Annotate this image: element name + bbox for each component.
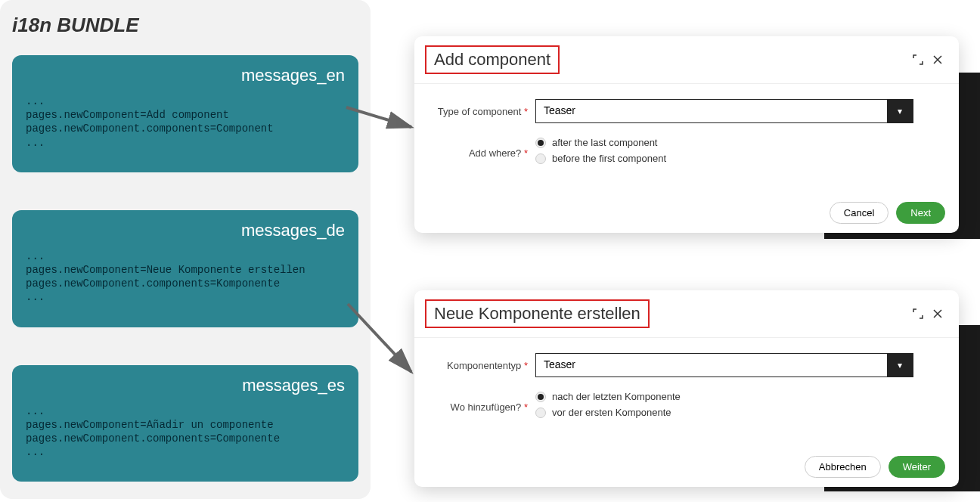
expand-icon[interactable] [912, 54, 924, 66]
radio-icon [535, 138, 546, 148]
i18n-bundle-panel: i18n BUNDLE messages_en ... pages.newCom… [0, 0, 371, 499]
file-content: ... pages.newComponent=Add component pag… [26, 95, 345, 150]
radio-before[interactable]: before the first component [535, 153, 913, 164]
chevron-down-icon: ▾ [887, 354, 913, 376]
radio-icon [535, 407, 546, 418]
type-select[interactable]: Teaser ▾ [535, 99, 913, 123]
dialog-de: Neue Komponente erstellen Komponententyp… [414, 290, 959, 487]
radio-label: nach der letzten Komponente [552, 391, 681, 402]
radio-before[interactable]: vor der ersten Komponente [535, 407, 913, 418]
radio-icon [535, 153, 546, 164]
expand-icon[interactable] [912, 308, 924, 320]
type-label: Komponententyp * [414, 360, 535, 371]
chevron-down-icon: ▾ [887, 100, 913, 122]
file-name: messages_en [26, 66, 345, 85]
cancel-button[interactable]: Cancel [830, 202, 889, 224]
dialog-header: Neue Komponente erstellen [414, 290, 959, 338]
file-name: messages_es [26, 376, 345, 395]
type-label: Type of component * [414, 106, 535, 117]
file-card-de: messages_de ... pages.newComponent=Neue … [12, 210, 358, 327]
radio-label: vor der ersten Komponente [552, 407, 671, 418]
cancel-button[interactable]: Abbrechen [805, 456, 881, 478]
file-card-en: messages_en ... pages.newComponent=Add c… [12, 55, 358, 172]
type-select[interactable]: Teaser ▾ [535, 353, 913, 377]
dialog-en: Add component Type of component * Teaser… [414, 36, 959, 233]
file-name: messages_de [26, 221, 345, 240]
radio-icon [535, 392, 546, 402]
radio-label: after the last component [552, 137, 657, 148]
bundle-title: i18n BUNDLE [12, 14, 358, 37]
radio-after[interactable]: after the last component [535, 137, 913, 148]
dialog-header: Add component [414, 36, 959, 84]
radio-label: before the first component [552, 153, 666, 164]
dialog-title: Neue Komponente erstellen [425, 299, 650, 328]
close-icon[interactable] [932, 54, 944, 66]
file-card-es: messages_es ... pages.newComponent=Añadi… [12, 365, 358, 482]
dialog-title: Add component [425, 45, 560, 74]
select-value: Teaser [536, 354, 887, 376]
select-value: Teaser [536, 100, 887, 122]
next-button[interactable]: Next [896, 202, 945, 224]
close-icon[interactable] [932, 308, 944, 320]
next-button[interactable]: Weiter [889, 456, 945, 478]
radio-after[interactable]: nach der letzten Komponente [535, 391, 913, 402]
where-label: Wo hinzufügen? * [414, 401, 535, 413]
file-content: ... pages.newComponent=Añadir un compone… [26, 404, 345, 460]
where-label: Add where? * [414, 147, 535, 159]
file-content: ... pages.newComponent=Neue Komponente e… [26, 249, 345, 305]
